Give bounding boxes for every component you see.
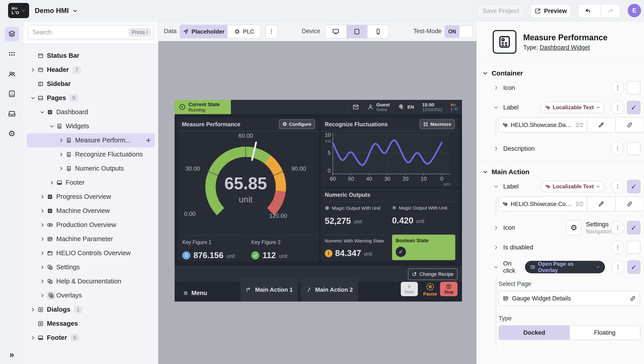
tree-item-widgets[interactable]: Widgets: [27, 119, 155, 133]
section-heading-main-action[interactable]: Main Action: [477, 162, 644, 177]
type-pill[interactable]: Localizable Text: [540, 102, 604, 113]
app-logo-menu[interactable]: H≡L'O: [8, 3, 29, 18]
tree-item-production-overview[interactable]: Production Overview: [27, 218, 155, 232]
chevron-right-icon[interactable]: [493, 85, 501, 90]
property-checkbox[interactable]: ✓: [627, 180, 640, 193]
chevron-down-icon[interactable]: [493, 264, 501, 270]
chevron-right-icon[interactable]: [57, 166, 66, 171]
tree-item-dialogs[interactable]: Dialogs1: [27, 302, 155, 316]
property-checkbox[interactable]: [627, 81, 640, 94]
preview-button[interactable]: Preview: [530, 4, 571, 18]
property-checkbox[interactable]: ✓: [627, 221, 640, 234]
icon-picker-button[interactable]: ⚙: [566, 220, 581, 235]
type-link[interactable]: Dashboard Widget: [540, 44, 590, 51]
localization-key-field[interactable]: HELIO.Showcase.Con...2/2: [499, 196, 587, 212]
device-tablet-button[interactable]: [346, 25, 367, 38]
user-avatar[interactable]: E: [628, 4, 641, 17]
property-checkbox[interactable]: ✓: [627, 260, 640, 274]
type-option-docked[interactable]: Docked: [499, 326, 570, 340]
test-mode-toggle[interactable]: ON: [445, 25, 473, 38]
kebab-menu-button[interactable]: [611, 180, 624, 193]
rail-item-settings[interactable]: ⚙: [5, 126, 19, 141]
tree-item-progress-overview[interactable]: Progress Overview: [27, 190, 155, 204]
link-translation-button[interactable]: [616, 196, 644, 212]
select-page-field[interactable]: Gauge Widget Details: [499, 291, 640, 306]
tree-item-footer[interactable]: Footer: [27, 176, 155, 190]
chevron-right-icon[interactable]: [38, 194, 47, 199]
property-row-on-click[interactable]: On clickOpen Page as Overlay✓: [477, 257, 644, 277]
chevron-right-icon[interactable]: [493, 146, 501, 151]
project-switcher[interactable]: Demo HMI: [35, 0, 78, 21]
chevron-right-icon[interactable]: [47, 180, 56, 185]
on-click-action-pill[interactable]: Open Page as Overlay: [525, 261, 605, 273]
tree-item-measure-perform[interactable]: Measure Perform...: [27, 133, 155, 147]
edit-translation-button[interactable]: [587, 196, 616, 212]
change-recipe-button[interactable]: ↺ Change Recipe: [408, 268, 458, 280]
rail-item-inbox[interactable]: [5, 106, 19, 121]
chevron-right-icon[interactable]: [38, 222, 47, 228]
tree-item-messages[interactable]: Messages: [27, 316, 155, 331]
chevron-right-icon[interactable]: [57, 152, 66, 157]
chevron-down-icon[interactable]: [47, 124, 56, 129]
tree-item-header[interactable]: Header7: [27, 63, 155, 77]
tree-item-settings[interactable]: Settings: [27, 260, 155, 274]
add-child-button[interactable]: [145, 138, 151, 143]
rail-item-layers[interactable]: [5, 27, 19, 41]
tree-item-pages[interactable]: Pages9: [27, 91, 155, 105]
chevron-down-icon[interactable]: [493, 184, 501, 189]
type-pill[interactable]: Localizable Text: [540, 181, 604, 192]
hmi-language-button[interactable]: EN: [394, 100, 418, 114]
undo-button[interactable]: [578, 4, 597, 18]
tree-item-recognize-fluctuations[interactable]: Recognize Fluctuations: [27, 147, 155, 162]
property-row-icon[interactable]: Icon⚙SettingsNavigation✓: [477, 218, 644, 238]
hmi-user-button[interactable]: GuestGuest: [363, 100, 394, 114]
hmi-mail-button[interactable]: [348, 100, 363, 114]
link-translation-button[interactable]: [616, 117, 644, 132]
section-heading-container[interactable]: Container: [477, 63, 644, 78]
chevron-right-icon[interactable]: [38, 293, 47, 298]
configure-button[interactable]: ⚙ Configure: [279, 119, 315, 129]
tree-item-machine-overview[interactable]: Machine Overview: [27, 204, 155, 218]
data-source-plc[interactable]: PLC: [228, 25, 261, 38]
fluctuations-widget[interactable]: Recognize Fluctuations Maximize 0510unit…: [321, 118, 459, 187]
property-row-label[interactable]: LabelLocalizable Text✓: [477, 98, 644, 117]
chevron-right-icon[interactable]: [29, 307, 38, 312]
start-button[interactable]: Start: [401, 282, 418, 296]
rail-item-users[interactable]: [5, 67, 19, 81]
expand-rail-button[interactable]: »: [0, 350, 24, 360]
type-option-floating[interactable]: Floating: [570, 326, 640, 340]
kebab-menu-button[interactable]: [611, 260, 624, 274]
tree-item-overlays[interactable]: Overlays: [27, 288, 155, 302]
hmi-menu-button[interactable]: ≡ Menu: [183, 284, 207, 302]
property-checkbox[interactable]: [627, 241, 640, 254]
tree-item-footer[interactable]: Footer6: [27, 331, 155, 345]
chevron-down-icon[interactable]: [493, 105, 501, 110]
tree-item-sidebar[interactable]: Sidebar: [27, 77, 155, 91]
property-checkbox[interactable]: [627, 142, 640, 155]
property-row-description[interactable]: Description: [477, 139, 644, 158]
tree-item-numeric-outputs[interactable]: Numeric Outputs: [27, 162, 155, 176]
chevron-right-icon[interactable]: [57, 138, 66, 143]
chevron-right-icon[interactable]: [29, 335, 38, 340]
save-project-button[interactable]: Save Project: [478, 4, 524, 18]
rail-item-components[interactable]: [5, 47, 19, 61]
maximize-button[interactable]: Maximize: [420, 119, 455, 129]
pause-button[interactable]: Pause: [422, 282, 438, 296]
property-row-label[interactable]: LabelLocalizable Text✓: [477, 177, 644, 196]
localization-key-field[interactable]: HELIO.Showcase.Das...2/2: [499, 117, 587, 132]
gauge-widget[interactable]: Measure Performance ⚙ Configure 0.0030.0…: [178, 118, 319, 261]
numeric-outputs-widget[interactable]: Numeric Outputs ❋Magic Output With Unit5…: [321, 188, 459, 261]
tree-item-help-documentation[interactable]: Help & Documentation: [27, 274, 155, 288]
chevron-right-icon[interactable]: [493, 245, 501, 250]
property-checkbox[interactable]: ✓: [627, 101, 640, 114]
chevron-right-icon[interactable]: [38, 236, 47, 242]
chevron-right-icon[interactable]: [38, 208, 47, 213]
chevron-down-icon[interactable]: [38, 110, 47, 114]
data-source-placeholder[interactable]: Placeholder: [180, 25, 228, 38]
kebab-menu-button[interactable]: [611, 101, 624, 114]
tree-item-status-bar[interactable]: Status Bar: [27, 48, 155, 63]
chevron-right-icon[interactable]: [38, 265, 47, 270]
tree-item-helio-controls-overview[interactable]: HELIO Controls Overview: [27, 246, 155, 260]
device-phone-button[interactable]: [367, 25, 389, 38]
chevron-right-icon[interactable]: [38, 279, 47, 284]
